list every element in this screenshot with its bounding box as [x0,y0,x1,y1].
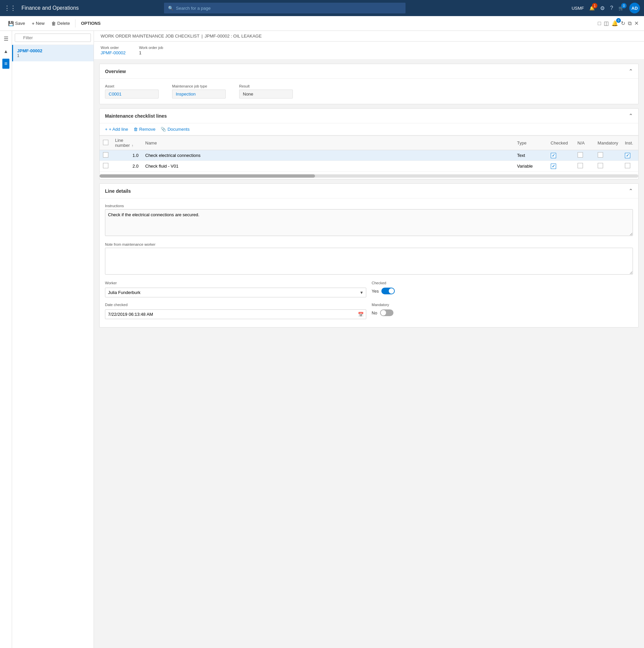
overview-header[interactable]: Overview ⌃ [100,64,638,79]
table-row[interactable]: 1.0Check electrical connectionsText [100,150,638,161]
filter-input[interactable] [15,34,91,42]
breadcrumb: WORK ORDER MAINTENANCE JOB CHECKLIST | J… [94,31,644,42]
checked-toggle-row: Yes [371,288,633,294]
row-mandatory-cell[interactable] [594,150,622,161]
documents-icon: 📎 [161,127,166,132]
scroll-thumb[interactable] [100,174,315,178]
list-view-icon[interactable]: ≡ [2,59,9,69]
work-order-value[interactable]: JPMF-00002 [101,50,126,55]
th-checked[interactable]: Checked [547,136,574,150]
notification-button[interactable]: 🔔 1 [589,5,595,11]
row-checkbox[interactable] [103,152,108,158]
th-na[interactable]: N/A [574,136,594,150]
layout-icon[interactable]: ◫ [604,20,609,26]
save-button[interactable]: 💾 Save [5,19,28,28]
th-line-number[interactable]: Line number ↑ [112,136,142,150]
row-checkbox[interactable] [598,163,603,168]
table-row[interactable]: 2.0Check fluid - V01Variable [100,161,638,172]
note-textarea[interactable] [105,248,633,275]
cart-badge: 0 [621,3,627,8]
list-item[interactable]: JPMF-00002 1 [12,45,94,61]
sidebar-toggle: ☰ ▲ ≡ [0,31,12,648]
row-select-cell[interactable] [100,150,112,161]
row-line-number: 2.0 [112,161,142,172]
th-type[interactable]: Type [514,136,547,150]
row-checkbox[interactable] [598,152,603,158]
mandatory-toggle-thumb [381,310,386,316]
search-input[interactable] [176,6,401,11]
row-checkbox[interactable] [578,152,583,158]
row-select-cell[interactable] [100,161,112,172]
toolbar-notif-badge: 0 [616,18,621,23]
bottom-fields: Worker Julia Funderburk ▼ Checked Yes [105,281,633,322]
refresh-icon[interactable]: ↻ [621,20,625,26]
new-button[interactable]: + New [29,19,47,28]
line-details-section: Line details ⌃ Instructions Note from ma… [99,183,639,327]
line-details-body: Instructions Note from maintenance worke… [100,199,638,327]
overview-collapse-icon[interactable]: ⌃ [629,68,633,74]
row-checkbox[interactable] [103,163,108,168]
row-checkbox[interactable] [551,164,556,169]
row-mandatory-cell[interactable] [594,161,622,172]
asset-value[interactable]: C0001 [105,90,159,99]
settings-button[interactable]: ⚙ [600,5,605,11]
help-button[interactable]: ? [610,5,613,11]
user-avatar[interactable]: AD [629,3,640,13]
work-order-group: Work order JPMF-00002 [101,46,126,55]
row-checkbox[interactable] [578,163,583,168]
checklist-title: Maintenance checklist lines [105,113,167,119]
job-type-value[interactable]: Inspection [172,90,226,99]
remove-button[interactable]: 🗑 Remove [134,127,155,132]
checklist-collapse-icon[interactable]: ⌃ [629,113,633,119]
result-value[interactable]: None [239,90,293,99]
checklist-header[interactable]: Maintenance checklist lines ⌃ [100,109,638,123]
th-inst[interactable]: Inst. [622,136,638,150]
row-inst-cell[interactable] [622,150,638,161]
line-details-header[interactable]: Line details ⌃ [100,184,638,199]
open-new-icon[interactable]: ⧉ [628,20,632,26]
search-box[interactable]: 🔍 [164,3,405,13]
menu-toggle-icon[interactable]: ☰ [2,34,10,44]
row-na-cell[interactable] [574,150,594,161]
row-checked-cell[interactable] [547,161,574,172]
work-order-job-value: 1 [139,50,163,55]
list-item-title: JPMF-00002 [17,48,90,53]
work-order-fields: Work order JPMF-00002 Work order job 1 [94,42,644,60]
header-checkbox[interactable] [103,140,108,145]
options-button[interactable]: OPTIONS [78,19,103,27]
save-icon: 💾 [8,21,14,26]
row-checkbox[interactable] [625,163,630,168]
date-input[interactable] [105,310,366,319]
horizontal-scrollbar[interactable] [100,174,638,178]
checked-toggle[interactable] [381,288,395,294]
instructions-textarea[interactable] [105,209,633,236]
close-icon[interactable]: ✕ [634,20,639,26]
row-inst-cell[interactable] [622,161,638,172]
view-icon[interactable]: □ [598,20,601,26]
breadcrumb-section: WORK ORDER MAINTENANCE JOB CHECKLIST [101,34,200,39]
delete-button[interactable]: 🗑 Delete [49,19,73,28]
notifications-icon[interactable]: 🔔 0 [611,20,618,26]
filter-icon[interactable]: ▲ [2,47,10,56]
worker-select[interactable]: Julia Funderburk [105,288,366,298]
grid-icon[interactable]: ⋮⋮ [4,4,16,12]
calendar-icon[interactable]: 📅 [358,312,363,317]
worker-label: Worker [105,281,366,285]
checklist-tbody: 1.0Check electrical connectionsText2.0Ch… [100,150,638,172]
add-line-button[interactable]: + + Add line [105,127,128,132]
mandatory-toggle[interactable] [380,310,393,316]
asset-label: Asset [105,84,159,88]
line-details-collapse-icon[interactable]: ⌃ [629,188,633,194]
th-mandatory[interactable]: Mandatory [594,136,622,150]
row-checkbox[interactable] [625,153,630,158]
usmf-label: USMF [572,6,584,11]
sort-icon: ↑ [132,144,133,148]
documents-button[interactable]: 📎 Documents [161,127,190,132]
row-checked-cell[interactable] [547,150,574,161]
row-na-cell[interactable] [574,161,594,172]
th-name[interactable]: Name [142,136,514,150]
row-checkbox[interactable] [551,153,556,158]
th-check [100,136,112,150]
line-details-title: Line details [105,188,131,194]
cart-button[interactable]: 🛒 0 [618,5,624,11]
